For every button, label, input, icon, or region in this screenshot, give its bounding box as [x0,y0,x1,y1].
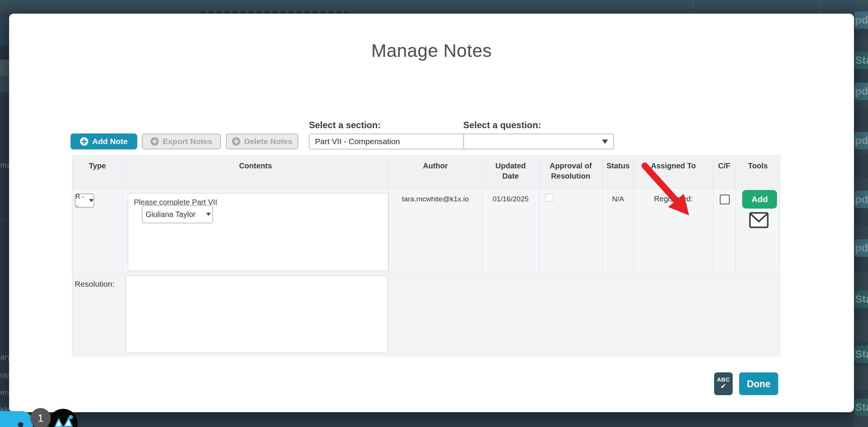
screen: ma ary ram ent klis pd Star pd pd pd pd … [0,0,868,427]
export-notes-label: Export Notes [163,137,212,146]
background-update-button[interactable]: pd [854,239,868,257]
background-clipped-text [201,11,349,14]
delete-notes-button[interactable]: Delete Notes [226,133,298,149]
tools-add-button[interactable]: Add [742,190,777,209]
background-sidebar [0,14,9,427]
chevron-down-icon [206,213,211,216]
section-select-label: Select a section: [309,120,381,130]
background-update-button[interactable]: pd [854,191,868,208]
header-tools: Tools [735,156,780,188]
background-update-button[interactable]: pd [854,11,868,29]
chat-notification-badge[interactable]: 1 [30,408,51,427]
manage-notes-modal: Manage Notes Add Note Export Notes Delet… [9,14,854,412]
notes-table: Type Contents Author Updated Date Approv… [72,155,780,357]
topbar-separator [819,0,820,14]
header-contents: Contents [122,156,389,188]
background-start-button[interactable]: Star [854,52,868,69]
note-author: tara.mcwhite@k1x.io [389,195,482,203]
plus-circle-icon [150,137,159,146]
add-note-label: Add Note [92,137,127,146]
sidebar-band [0,75,9,92]
note-type-select[interactable]: R - .. [75,193,94,208]
sidebar-band [0,60,9,75]
header-cf: C/F [713,156,735,188]
note-status: N/A [602,195,634,203]
assigned-to-value: Giuliana Taylor [146,210,206,219]
plus-circle-icon [232,137,240,146]
question-select[interactable] [463,133,614,149]
header-assigned-to: Assigned To [634,156,713,188]
chevron-down-icon [89,199,94,202]
topbar-separator [693,0,693,14]
assigned-to-select[interactable]: Giuliana Taylor [142,205,213,223]
sidebar-divider [0,219,9,220]
header-type: Type [72,156,122,188]
assigned-group-label: Registered: [634,195,713,203]
sidebar-item-fragment[interactable]: ram [0,371,9,380]
header-author: Author [389,156,482,188]
section-select[interactable]: Part VII - Compensation [309,133,475,149]
chevron-down-icon [602,140,608,144]
header-approval-of-resolution: Approval of Resolution [539,156,602,188]
note-contents-textarea[interactable]: Please complete Part VII [128,193,389,271]
note-updated-date: 01/16/2025 [482,195,539,203]
row-divider [72,272,780,273]
chat-bubble[interactable] [0,411,33,427]
add-note-button[interactable]: Add Note [71,133,137,149]
note-type-value: R - .. [75,193,88,208]
background-top-bar [0,0,868,14]
background-table-strip [854,14,868,427]
plus-circle-icon [80,137,88,146]
section-select-value: Part VII - Compensation [315,137,463,146]
page-title: Manage Notes [9,40,854,61]
question-select-label: Select a question: [463,120,541,130]
delete-notes-label: Delete Notes [244,137,292,146]
sidebar-band [0,46,9,60]
background-update-button[interactable]: pd [854,83,868,100]
sidebar-item-fragment[interactable]: ent [0,388,9,397]
row-divider [72,188,780,188]
background-start-button[interactable]: Star [854,290,868,308]
approval-of-resolution-checkbox[interactable] [545,193,553,202]
background-start-button[interactable]: Star [854,399,868,416]
done-button[interactable]: Done [739,372,778,395]
background-update-button[interactable]: pd [854,132,868,149]
sidebar-band [0,14,9,46]
export-notes-button[interactable]: Export Notes [142,133,221,149]
background-start-button[interactable]: Star [854,345,868,363]
header-updated-date: Updated Date [482,156,539,188]
cf-checkbox[interactable] [720,195,730,204]
spellcheck-abc-label: ABC [714,377,733,382]
resolution-label: Resolution: [75,279,124,289]
checkmark-icon: ✔ [714,383,733,390]
sidebar-item-fragment[interactable]: ma [0,161,9,170]
email-envelope-icon[interactable] [749,212,769,230]
spellcheck-button[interactable]: ABC ✔ [714,372,733,395]
sidebar-item-fragment[interactable]: ary [0,353,9,362]
header-status: Status [602,156,634,188]
resolution-textarea[interactable] [125,276,388,353]
